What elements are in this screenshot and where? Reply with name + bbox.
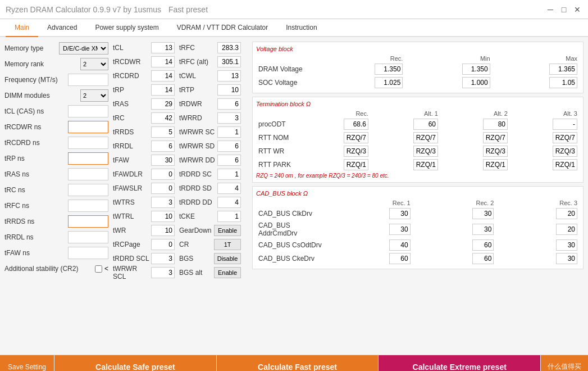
rttwr-alt2[interactable]	[483, 146, 508, 157]
dram-voltage-rec[interactable]	[375, 64, 403, 75]
soc-voltage-min[interactable]	[462, 77, 490, 88]
rttpark-alt2[interactable]	[483, 159, 508, 170]
memory-rank-select[interactable]: 2	[80, 58, 108, 70]
minimize-button[interactable]: ─	[545, 4, 555, 15]
save-setting-button[interactable]: Save Setting	[0, 355, 54, 371]
bgs-button[interactable]: Disable	[214, 253, 241, 264]
cr-button[interactable]: 1T	[214, 239, 241, 250]
twrwr-scl-input[interactable]	[151, 267, 175, 278]
twrwr-sc-input[interactable]	[217, 126, 241, 138]
frequency-input[interactable]: 2933	[68, 74, 108, 86]
trdrd-scl-input[interactable]	[151, 253, 175, 264]
trp-input[interactable]	[151, 84, 175, 96]
trdrd-dd-input[interactable]	[217, 197, 241, 208]
trdwr-input[interactable]	[217, 98, 241, 110]
ckedrv-rec2[interactable]	[472, 253, 494, 264]
procodt-rec[interactable]	[344, 119, 368, 130]
soc-voltage-max[interactable]	[549, 77, 577, 88]
dram-voltage-min[interactable]	[462, 64, 490, 75]
trcdrd-ns-input[interactable]: 10,593	[68, 137, 108, 149]
rttnom-rec[interactable]	[344, 132, 368, 143]
tfawdlr-input[interactable]	[151, 169, 175, 180]
twtrs-input[interactable]	[151, 197, 175, 208]
rttwr-alt3[interactable]	[553, 146, 577, 157]
tab-main[interactable]: Main	[6, 19, 38, 37]
tcl-input[interactable]	[151, 42, 175, 53]
ckedrv-rec1[interactable]	[389, 253, 411, 264]
bgs-alt-button[interactable]: Enable	[214, 267, 241, 278]
dimm-modules-select[interactable]: 2	[80, 89, 108, 102]
dram-voltage-max[interactable]	[549, 64, 577, 75]
clkdrv-rec2[interactable]	[472, 208, 494, 219]
clkdrv-rec3[interactable]	[556, 208, 577, 219]
twrwr-sd-input[interactable]	[217, 141, 241, 152]
trc-input[interactable]	[151, 112, 175, 124]
trcdrd-input[interactable]	[151, 70, 175, 82]
additional-stability-checkbox[interactable]	[95, 265, 102, 273]
rttpark-alt3[interactable]	[553, 159, 577, 170]
tras-input[interactable]	[151, 98, 175, 110]
tras-ns-input[interactable]: 23,250	[68, 168, 108, 180]
trrdl-input[interactable]	[151, 141, 175, 152]
trfc-input[interactable]	[217, 42, 241, 53]
twtrl-input[interactable]	[151, 211, 175, 222]
trrds-input[interactable]	[151, 126, 175, 138]
rttpark-rec[interactable]	[344, 159, 368, 170]
timing-trrdl: tRRDL	[113, 140, 175, 152]
procodt-alt3[interactable]	[553, 119, 577, 130]
trdrd-sc-input[interactable]	[217, 169, 241, 180]
tab-vdram[interactable]: VDRAM / VTT DDR Calculator	[168, 19, 277, 37]
watermark-button[interactable]: 什么值得买	[541, 355, 588, 371]
twr-input[interactable]	[151, 225, 175, 236]
rttwr-label: RTT WR	[256, 144, 301, 158]
close-button[interactable]: ✕	[572, 4, 582, 15]
tab-power-supply[interactable]: Power supply system	[86, 19, 167, 37]
addrcmddrv-rec2[interactable]	[472, 224, 494, 235]
addrcmddrv-rec1[interactable]	[389, 224, 411, 235]
maximize-button[interactable]: □	[559, 4, 569, 15]
ckedrv-rec3[interactable]	[556, 253, 577, 264]
procodt-alt2[interactable]	[483, 119, 508, 130]
tcke-input[interactable]	[217, 211, 241, 222]
rttnom-alt2[interactable]	[483, 132, 508, 143]
csodtdrv-rec3[interactable]	[556, 239, 577, 251]
rttwr-rec[interactable]	[344, 146, 368, 157]
tcl-ns-input[interactable]: 9,759	[68, 105, 108, 117]
trdrd-sd-input[interactable]	[217, 183, 241, 194]
trrds-ns-input[interactable]: 3,753	[68, 215, 108, 228]
timing-trcdrd: tRCDRD	[113, 70, 175, 82]
rttnom-alt3[interactable]	[553, 132, 577, 143]
addrcmddrv-rec3[interactable]	[556, 224, 577, 235]
memory-type-select[interactable]: D/E/C-die XMP	[59, 42, 108, 55]
tfaw-ns-input[interactable]: 19,875	[68, 247, 108, 259]
trp-ns-input[interactable]: 10,593	[68, 152, 108, 165]
rttpark-alt1[interactable]	[413, 159, 438, 170]
trc-ns-input[interactable]: 33,783	[68, 184, 108, 196]
trtp-input[interactable]	[217, 84, 241, 96]
twrwr-dd-input[interactable]	[217, 155, 241, 166]
trfc-ns-input[interactable]: 260	[68, 200, 108, 212]
csodtdrv-rec2[interactable]	[472, 239, 494, 251]
geardown-button[interactable]: Enable	[214, 225, 241, 236]
tab-instruction[interactable]: Instruction	[277, 19, 326, 37]
trcdwr-input[interactable]	[151, 56, 175, 67]
tab-advanced[interactable]: Advanced	[38, 19, 86, 37]
timing-tfawdlr: tFAWDLR	[113, 168, 175, 180]
rttnom-alt1[interactable]	[413, 132, 438, 143]
calculate-extreme-button[interactable]: Calculate Extreme preset	[379, 355, 540, 371]
tfaw-input[interactable]	[151, 155, 175, 166]
tcwl-input[interactable]	[217, 70, 241, 82]
calculate-fast-button[interactable]: Calculate Fast preset	[217, 355, 379, 371]
calculate-safe-button[interactable]: Calculate Safe preset	[54, 355, 216, 371]
trcdwr-ns-input[interactable]: 10,593	[68, 121, 108, 133]
procodt-alt1[interactable]	[413, 119, 438, 130]
trcpage-input[interactable]	[151, 239, 175, 250]
rttwr-alt1[interactable]	[413, 146, 438, 157]
clkdrv-rec1[interactable]	[389, 208, 411, 219]
csodtdrv-rec1[interactable]	[389, 239, 411, 251]
soc-voltage-rec[interactable]	[375, 77, 403, 88]
trfc-alt-input[interactable]	[217, 56, 241, 67]
tfawslr-input[interactable]	[151, 183, 175, 194]
trrdl-ns-input[interactable]: 4,588	[68, 231, 108, 243]
twrrd-input[interactable]	[217, 112, 241, 124]
